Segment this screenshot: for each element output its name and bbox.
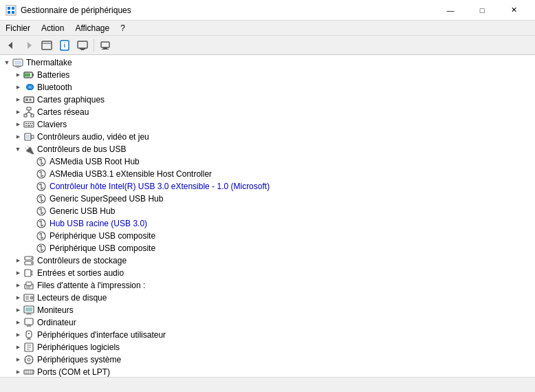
expander-audio-io[interactable]: ▼ — [12, 267, 23, 279]
tree-item-generic-ss[interactable]: Generic SuperSpeed USB Hub — [0, 193, 535, 205]
svg-rect-97 — [25, 307, 32, 312]
expander-bluetooth[interactable]: ▼ — [12, 81, 23, 94]
maximize-button[interactable]: □ — [466, 0, 498, 21]
expander-cartes-reseau[interactable]: ▼ — [12, 106, 23, 118]
svg-rect-23 — [25, 74, 30, 77]
expander-batteries[interactable]: ▼ — [12, 69, 23, 81]
minimize-button[interactable]: — — [435, 0, 466, 21]
svg-rect-34 — [24, 122, 34, 127]
icon-ordinateur — [23, 317, 34, 328]
expander-cartes-graphiques[interactable]: ▼ — [12, 94, 23, 106]
tree-item-hub-usb-racine[interactable]: Hub USB racine (USB 3.0) — [0, 217, 535, 230]
svg-rect-13 — [81, 50, 84, 50]
tree-item-thermaltake[interactable]: ▼ Thermaltake — [0, 56, 535, 69]
app-icon — [6, 5, 17, 16]
label-ports: Ports (COM et LPT) — [37, 367, 110, 377]
svg-rect-15 — [103, 47, 107, 49]
svg-rect-18 — [14, 61, 21, 65]
svg-marker-5 — [8, 42, 12, 49]
forward-button[interactable] — [21, 38, 37, 53]
label-stockage: Contrôleurs de stockage — [37, 256, 127, 265]
tree-item-asmedia-ext[interactable]: ASMedia USB3.1 eXtensible Host Controlle… — [0, 168, 535, 180]
expander-disk-drives[interactable]: ▼ — [12, 292, 23, 304]
label-hub-usb-racine: Hub USB racine (USB 3.0) — [50, 219, 147, 228]
tree-item-intel-usb[interactable]: Contrôleur hôte Intel(R) USB 3.0 eXtensi… — [0, 180, 535, 193]
svg-rect-39 — [25, 125, 27, 127]
svg-point-104 — [28, 333, 30, 334]
expander-print-queue[interactable]: ▼ — [12, 279, 23, 292]
tree-item-ports[interactable]: ▼ Ports (COM et LPT) — [0, 366, 535, 377]
menu-affichage[interactable]: Affichage — [69, 22, 115, 34]
tree-item-bluetooth[interactable]: ▼ ⭖ Bluetooth — [0, 81, 535, 94]
expander-soft-devices[interactable]: ▼ — [12, 341, 23, 353]
main-content: ▼ Thermaltake ▼ — [0, 55, 535, 377]
expander-controleurs-audio[interactable]: ▼ — [12, 131, 23, 143]
svg-rect-82 — [25, 270, 31, 276]
svg-rect-14 — [101, 42, 109, 47]
update-button[interactable] — [74, 38, 91, 53]
toolbar-separator — [94, 39, 94, 52]
show-hidden-button[interactable] — [39, 38, 55, 53]
expander-system-devices[interactable]: ▼ — [12, 353, 23, 366]
tree-item-usb-bus[interactable]: ▼ 🔌 Contrôleurs de bus USB — [0, 143, 535, 155]
properties-button[interactable]: i — [56, 38, 73, 53]
label-asmedia-ext: ASMedia USB3.1 eXtensible Host Controlle… — [50, 169, 212, 179]
expander-thermaltake[interactable]: ▼ — [1, 56, 12, 69]
expander-monitors[interactable]: ▼ — [12, 304, 23, 316]
tree-item-cartes-graphiques[interactable]: ▼ Cartes graphiques — [0, 94, 535, 106]
tree-item-claviers[interactable]: ▼ Claviers — [0, 118, 535, 131]
svg-rect-35 — [25, 123, 27, 124]
expander-ports[interactable]: ▼ — [12, 366, 23, 377]
label-print-queue: Files d'attente à l'impression : — [37, 281, 145, 290]
toolbar: i — [0, 36, 535, 55]
icon-monitors — [23, 305, 34, 316]
svg-rect-101 — [26, 325, 32, 326]
icon-hid — [23, 329, 34, 340]
window-title: Gestionnaire de périphériques — [21, 6, 435, 15]
svg-point-81 — [31, 263, 32, 264]
tree-item-generic-usb[interactable]: Generic USB Hub — [0, 205, 535, 217]
svg-rect-2 — [12, 7, 14, 10]
device-tree[interactable]: ▼ Thermaltake ▼ — [0, 55, 535, 377]
label-audio-io: Entrées et sorties audio — [37, 268, 124, 278]
label-bluetooth: Bluetooth — [37, 83, 72, 92]
expander-claviers[interactable]: ▼ — [12, 118, 23, 131]
svg-rect-98 — [27, 313, 31, 314]
tree-item-cartes-reseau[interactable]: ▼ Cartes réseau — [0, 106, 535, 118]
close-button[interactable]: ✕ — [498, 0, 529, 21]
svg-point-92 — [31, 297, 32, 298]
icon-audio-io — [23, 268, 34, 279]
menu-help[interactable]: ? — [115, 22, 131, 34]
expander-ordinateur[interactable]: ▼ — [12, 316, 23, 329]
svg-rect-40 — [28, 125, 30, 127]
tree-item-batteries[interactable]: ▼ Batteries — [0, 69, 535, 81]
svg-rect-44 — [26, 135, 30, 139]
tree-item-usb-composite-2[interactable]: Périphérique USB composite — [0, 242, 535, 254]
svg-rect-99 — [26, 314, 32, 315]
tree-item-monitors[interactable]: ▼ Moniteurs — [0, 304, 535, 316]
tree-item-system-devices[interactable]: ▼ Périphériques système — [0, 353, 535, 366]
expander-hid[interactable]: ▼ — [12, 329, 23, 341]
expander-stockage[interactable]: ▼ — [12, 254, 23, 267]
svg-rect-22 — [32, 74, 34, 76]
svg-rect-37 — [30, 123, 31, 124]
device-button[interactable] — [97, 38, 113, 53]
tree-item-soft-devices[interactable]: ▼ Périphériques logiciels — [0, 341, 535, 353]
tree-item-controleurs-audio[interactable]: ▼ Contrôleurs audio, vidéo et jeu — [0, 131, 535, 143]
svg-point-112 — [28, 358, 30, 361]
tree-item-ordinateur[interactable]: ▼ Ordinateur — [0, 316, 535, 329]
tree-item-asmedia-root[interactable]: ASMedia USB Root Hub — [0, 155, 535, 168]
tree-item-stockage[interactable]: ▼ Contrôleurs de stockage — [0, 254, 535, 267]
tree-item-print-queue[interactable]: ▼ Files d'attente à l'impression : — [0, 279, 535, 292]
tree-item-audio-io[interactable]: ▼ Entrées et sorties audio — [0, 267, 535, 279]
tree-item-hid[interactable]: ▼ Périphériques d'interface utilisateur — [0, 329, 535, 341]
icon-cartes-reseau — [23, 107, 34, 118]
window-controls: — □ ✕ — [435, 0, 529, 21]
icon-disk-drives — [23, 292, 34, 303]
tree-item-disk-drives[interactable]: ▼ Lecteurs de disque — [0, 292, 535, 304]
expander-usb-bus[interactable]: ▼ — [12, 143, 23, 155]
back-button[interactable] — [3, 38, 19, 53]
menu-action[interactable]: Action — [36, 22, 69, 34]
tree-item-usb-composite-1[interactable]: Périphérique USB composite — [0, 230, 535, 242]
menu-fichier[interactable]: Fichier — [0, 22, 36, 34]
